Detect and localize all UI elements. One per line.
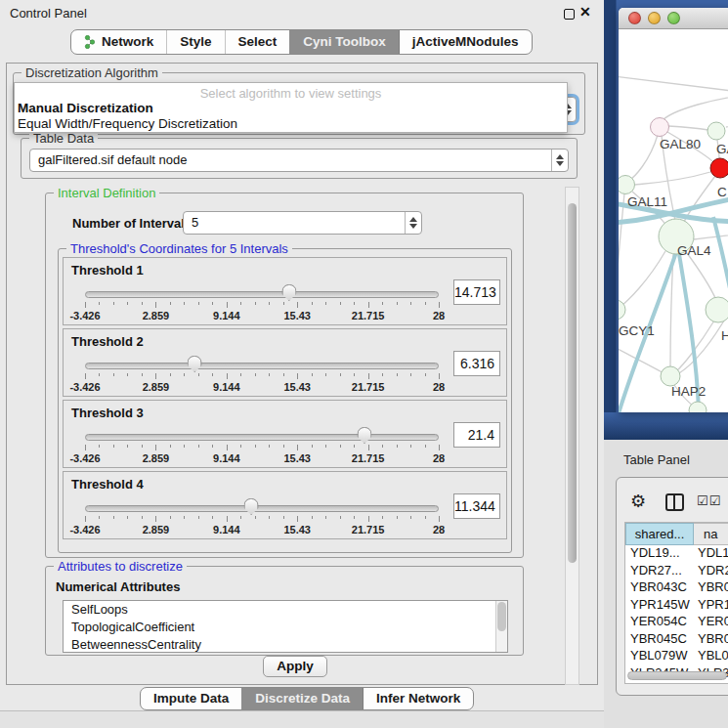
list-item[interactable]: SelfLoops xyxy=(64,601,507,619)
threshold-slider[interactable]: -3.426 2.859 9.144 15.43 21.715 28 xyxy=(85,353,439,396)
column-header-name[interactable]: na xyxy=(694,523,728,545)
table-row[interactable]: YIL052CYIL0 xyxy=(625,682,728,684)
table-row[interactable]: YBR043CYBR0 xyxy=(625,579,728,597)
network-window-titlebar[interactable] xyxy=(619,8,728,29)
network-graph: GAL80 GA C GAL11 GAL4 GCY1 H HAP2 xyxy=(619,29,728,412)
threshold-panel-1: Threshold 1 -3.426 2.859 9.144 15.43 21.… xyxy=(63,257,507,325)
algorithm-dropdown-popup: Select algorithm to view settings Manual… xyxy=(14,82,568,133)
table-row[interactable]: YDR27...YDR2 xyxy=(625,563,728,580)
label-h: H xyxy=(721,328,728,343)
slider-tick-labels: -3.426 2.859 9.144 15.43 21.715 28 xyxy=(85,381,439,393)
minimize-traffic-light-icon[interactable] xyxy=(648,12,661,24)
numerical-attributes-list[interactable]: SelfLoops TopologicalCoefficient Between… xyxy=(63,600,508,653)
label-gal11: GAL11 xyxy=(627,194,667,209)
slider-thumb[interactable] xyxy=(281,284,296,301)
combo-stepper-icon[interactable] xyxy=(405,212,421,234)
tab-cyni-toolbox[interactable]: Cyni Toolbox xyxy=(289,30,399,54)
node[interactable] xyxy=(707,122,725,140)
number-of-intervals-label: Number of Intervals xyxy=(72,216,192,231)
slider-track[interactable] xyxy=(85,434,439,441)
node-selected-red[interactable] xyxy=(710,158,728,178)
slider-thumb[interactable] xyxy=(188,356,202,372)
threshold-panel-4: Threshold 4 -3.426 2.859 9.144 15.43 21.… xyxy=(63,471,507,539)
label-gcy1: GCY1 xyxy=(619,323,655,338)
list-scrollbar[interactable] xyxy=(495,601,507,652)
table-data-group: Table Data galFiltered.sif default node xyxy=(21,138,578,179)
bottom-tab-bar: Impute Data Discretize Data Infer Networ… xyxy=(140,687,474,710)
top-tab-bar: Network Style Select Cyni Toolbox jActiv… xyxy=(70,29,533,55)
slider-thumb[interactable] xyxy=(244,498,259,515)
table-row[interactable]: YDL19...YDL1 xyxy=(625,545,728,563)
tab-infer-network[interactable]: Infer Network xyxy=(363,688,473,709)
panel-bottom-strip xyxy=(0,710,604,728)
tab-jactivemnodules[interactable]: jActiveMNodules xyxy=(399,30,532,54)
close-traffic-light-icon[interactable] xyxy=(628,12,641,24)
node-hap2[interactable] xyxy=(661,366,680,386)
table-panel-frame: ⚙ ☑☑ shared... na YDL19...YDL1 YDR27...Y… xyxy=(616,477,728,696)
node[interactable] xyxy=(706,297,728,322)
combo-stepper-icon[interactable] xyxy=(551,150,568,171)
panel-title: Control Panel xyxy=(10,6,87,21)
table-row[interactable]: YBR045CYBR0 xyxy=(625,631,728,649)
algorithm-option-equal-width[interactable]: Equal Width/Frequency Discretization xyxy=(15,116,567,132)
slider-track[interactable] xyxy=(85,505,439,512)
network-view-window[interactable]: GAL80 GA C GAL11 GAL4 GCY1 H HAP2 xyxy=(619,8,728,412)
select-columns-checkboxes-icon[interactable]: ☑☑ xyxy=(697,493,721,508)
algorithm-option-manual[interactable]: Manual Discretization xyxy=(15,101,567,116)
columns-icon[interactable] xyxy=(665,493,684,511)
tab-impute-data[interactable]: Impute Data xyxy=(141,688,241,709)
attributes-group-label: Attributes to discretize xyxy=(54,559,187,574)
close-icon[interactable]: ✕ xyxy=(579,4,591,20)
table-row[interactable]: YER054CYER0 xyxy=(625,614,728,631)
tab-network[interactable]: Network xyxy=(71,30,166,54)
thresholds-group: Threshold's Coordinates for 5 Intervals … xyxy=(58,248,512,553)
table-horizontal-scrollbar[interactable] xyxy=(627,671,727,680)
threshold-label: Threshold 2 xyxy=(71,334,144,349)
list-item[interactable]: BetweennessCentrality xyxy=(64,636,507,653)
threshold-panel-3: Threshold 3 -3.426 2.859 9.144 15.43 21.… xyxy=(63,400,507,468)
threshold-panel-2: Threshold 2 -3.426 2.859 9.144 15.43 21.… xyxy=(63,328,507,397)
label-gal80: GAL80 xyxy=(660,137,701,151)
column-header-shared[interactable]: shared... xyxy=(625,523,694,545)
numerical-attributes-label: Numerical Attributes xyxy=(56,579,180,594)
node-table[interactable]: shared... na YDL19...YDL1 YDR27...YDR2 Y… xyxy=(624,522,728,684)
list-item[interactable]: TopologicalCoefficient xyxy=(64,619,507,636)
slider-ticks xyxy=(85,516,439,523)
cyni-toolbox-panel: Discretization Algorithm Table Data galF… xyxy=(6,63,598,685)
slider-track[interactable] xyxy=(85,363,439,369)
threshold-value-field[interactable]: 11.344 xyxy=(453,493,500,519)
threshold-value-field[interactable]: 14.713 xyxy=(453,279,500,305)
network-canvas[interactable]: GAL80 GA C GAL11 GAL4 GCY1 H HAP2 xyxy=(619,29,728,412)
control-panel: Control Panel ✕ Network Style Select Cyn… xyxy=(0,0,604,728)
number-of-intervals-combobox[interactable]: 5 xyxy=(183,211,422,235)
label-ga: GA xyxy=(716,142,728,156)
table-row[interactable]: YPR145WYPR1 xyxy=(625,597,728,615)
slider-tick-labels: -3.426 2.859 9.144 15.43 21.715 28 xyxy=(85,524,439,535)
tab-select[interactable]: Select xyxy=(225,30,290,54)
threshold-slider[interactable]: -3.426 2.859 9.144 15.43 21.715 28 xyxy=(85,424,439,467)
gear-icon[interactable]: ⚙ xyxy=(630,491,646,512)
threshold-value-field[interactable]: 21.4 xyxy=(453,422,500,448)
threshold-slider[interactable]: -3.426 2.859 9.144 15.43 21.715 28 xyxy=(85,281,439,324)
threshold-label: Threshold 1 xyxy=(71,263,144,278)
threshold-slider[interactable]: -3.426 2.859 9.144 15.43 21.715 28 xyxy=(85,495,439,538)
panel-scrollbar[interactable] xyxy=(565,187,579,685)
slider-tick-labels: -3.426 2.859 9.144 15.43 21.715 28 xyxy=(85,452,439,464)
node-gal11[interactable] xyxy=(619,176,635,194)
float-window-icon[interactable] xyxy=(564,9,575,20)
desktop-shading xyxy=(604,412,728,440)
tab-discretize-data[interactable]: Discretize Data xyxy=(241,688,363,709)
zoom-traffic-light-icon[interactable] xyxy=(667,12,680,24)
scrollbar-thumb[interactable] xyxy=(568,203,577,563)
node-gal80[interactable] xyxy=(651,118,669,137)
node[interactable] xyxy=(689,402,707,412)
table-data-label: Table Data xyxy=(29,131,98,146)
slider-thumb[interactable] xyxy=(357,427,371,444)
slider-track[interactable] xyxy=(85,291,439,298)
table-row[interactable]: YBL079WYBL0 xyxy=(625,648,728,665)
table-data-combobox[interactable]: galFiltered.sif default node xyxy=(29,149,569,172)
table-header: shared... na xyxy=(625,523,728,545)
tab-style[interactable]: Style xyxy=(166,30,224,54)
apply-button[interactable]: Apply xyxy=(263,656,327,677)
threshold-value-field[interactable]: 6.316 xyxy=(453,351,500,376)
